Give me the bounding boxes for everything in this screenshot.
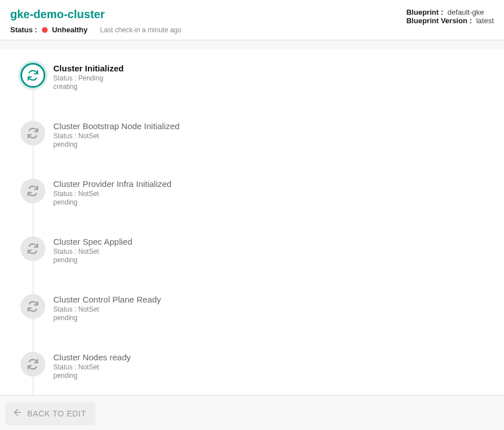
step-status-value: NotSet <box>77 305 99 313</box>
step-status: Status : NotSet <box>53 305 161 313</box>
timeline-steps: Cluster InitializedStatus : Pendingcreat… <box>20 63 490 395</box>
status-dot-icon <box>42 27 48 33</box>
blueprint-label: Blueprint : <box>406 8 443 16</box>
step-status: Status : NotSet <box>53 190 171 198</box>
step-status: Status : NotSet <box>53 248 132 256</box>
refresh-icon <box>20 352 45 377</box>
timeline-card: Cluster InitializedStatus : Pendingcreat… <box>0 49 504 395</box>
back-button-label: BACK TO EDIT <box>27 409 86 418</box>
refresh-icon <box>20 178 45 203</box>
step-status-label: Status : <box>53 74 77 82</box>
step-status: Status : NotSet <box>53 363 131 371</box>
blueprint-version-label: Blueprint Version : <box>406 16 472 25</box>
step-detail: creating <box>53 83 124 91</box>
blueprint-value: default-gke <box>447 8 484 16</box>
header-card: gke-demo-cluster Status : Unhealthy Last… <box>0 0 504 40</box>
last-checkin: Last check-in a minute ago <box>100 26 181 34</box>
step-text: Cluster Nodes readyStatus : NotSetpendin… <box>53 352 131 380</box>
step-detail: pending <box>53 198 171 206</box>
back-to-edit-button[interactable]: BACK TO EDIT <box>6 402 95 424</box>
step-status-value: NotSet <box>77 248 99 256</box>
timeline: Cluster InitializedStatus : Pendingcreat… <box>14 63 490 395</box>
step-status-value: NotSet <box>77 132 99 140</box>
blueprint-version-value: latest <box>476 16 494 25</box>
step-status-value: NotSet <box>77 190 99 198</box>
timeline-step: Cluster Control Plane ReadyStatus : NotS… <box>20 294 490 322</box>
step-status-label: Status : <box>53 363 77 371</box>
step-status: Status : Pending <box>53 74 124 82</box>
step-detail: pending <box>53 256 132 264</box>
step-status-label: Status : <box>53 132 77 140</box>
step-title: Cluster Control Plane Ready <box>53 295 161 304</box>
step-text: Cluster Spec AppliedStatus : NotSetpendi… <box>53 236 132 264</box>
step-title: Cluster Initialized <box>53 63 124 73</box>
checkin-value: a minute ago <box>142 26 181 34</box>
blueprint-version-row: Blueprint Version : latest <box>406 16 494 25</box>
step-text: Cluster Control Plane ReadyStatus : NotS… <box>53 294 161 322</box>
refresh-icon <box>20 63 45 88</box>
step-text: Cluster InitializedStatus : Pendingcreat… <box>53 63 124 91</box>
header-left: gke-demo-cluster Status : Unhealthy Last… <box>10 8 181 34</box>
timeline-step: Cluster Spec AppliedStatus : NotSetpendi… <box>20 236 490 264</box>
arrow-left-icon <box>12 407 23 419</box>
step-status-label: Status : <box>53 248 77 256</box>
step-title: Cluster Nodes ready <box>53 352 131 362</box>
step-detail: pending <box>53 141 180 148</box>
refresh-icon <box>20 121 45 146</box>
checkin-prefix: Last check-in <box>100 26 141 34</box>
refresh-icon <box>20 294 45 319</box>
status-label: Status : <box>10 25 37 34</box>
step-title: Cluster Spec Applied <box>53 237 132 246</box>
step-text: Cluster Bootstrap Node InitializedStatus… <box>53 121 180 148</box>
blueprint-row: Blueprint : default-gke <box>406 8 494 16</box>
step-status-value: NotSet <box>77 363 99 371</box>
header-right: Blueprint : default-gke Blueprint Versio… <box>406 8 494 25</box>
step-detail: pending <box>53 372 131 380</box>
refresh-icon <box>20 236 45 261</box>
status-row: Status : Unhealthy Last check-in a minut… <box>10 25 181 34</box>
timeline-step: Cluster Bootstrap Node InitializedStatus… <box>20 121 490 148</box>
step-title: Cluster Bootstrap Node Initialized <box>53 121 180 131</box>
status-value: Unhealthy <box>52 25 88 34</box>
step-detail: pending <box>53 314 161 322</box>
timeline-step: Cluster Nodes readyStatus : NotSetpendin… <box>20 352 490 380</box>
step-status: Status : NotSet <box>53 132 180 140</box>
timeline-step: Cluster InitializedStatus : Pendingcreat… <box>20 63 490 91</box>
cluster-name: gke-demo-cluster <box>10 8 181 21</box>
step-text: Cluster Provider Infra InitializedStatus… <box>53 178 171 206</box>
timeline-step: Cluster Provider Infra InitializedStatus… <box>20 178 490 206</box>
step-status-label: Status : <box>53 305 77 313</box>
footer: BACK TO EDIT <box>6 402 95 424</box>
step-status-label: Status : <box>53 190 77 198</box>
step-title: Cluster Provider Infra Initialized <box>53 179 171 189</box>
step-status-value: Pending <box>77 74 103 82</box>
